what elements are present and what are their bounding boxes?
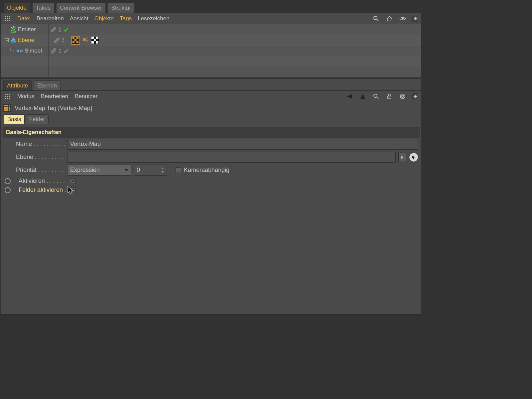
object-row-ebene[interactable]: Ebene xyxy=(1,35,49,46)
eye-icon[interactable] xyxy=(399,15,406,22)
particles-tag-icon[interactable] xyxy=(82,37,89,44)
object-panel-tabs: ObjekteTakesContent BrowserStruktur xyxy=(1,1,421,13)
aktivieren-checkbox[interactable] xyxy=(70,178,75,184)
field-aktivieren: Aktivieren xyxy=(1,177,421,186)
enabled-check-icon[interactable] xyxy=(64,49,68,53)
prio-number-input[interactable]: 0 xyxy=(134,165,167,176)
tree-expander-icon[interactable] xyxy=(5,26,9,33)
svg-point-24 xyxy=(18,50,19,51)
add-icon[interactable] xyxy=(412,93,418,99)
ebene-picker-arrow-icon[interactable] xyxy=(398,153,406,162)
object-tags xyxy=(70,24,421,35)
tab-attribute[interactable]: Attribute xyxy=(3,80,32,90)
checker-tag-icon[interactable] xyxy=(71,36,80,45)
svg-point-8 xyxy=(9,20,10,21)
object-row-simpel[interactable]: Simpel xyxy=(1,46,49,56)
svg-point-16 xyxy=(15,27,16,28)
svg-rect-48 xyxy=(72,41,74,43)
tab-objekte[interactable]: Objekte xyxy=(3,3,30,13)
subtab-basis[interactable]: Basis xyxy=(4,114,25,124)
home-icon[interactable] xyxy=(386,15,393,22)
svg-marker-68 xyxy=(347,94,352,99)
svg-point-30 xyxy=(59,27,61,29)
menu-bearbeiten[interactable]: Bearbeiten xyxy=(41,93,68,100)
menu-lesezeichen[interactable]: Lesezeichen xyxy=(138,15,169,22)
prio-number-value: 0 xyxy=(137,167,140,174)
menu-bearbeiten[interactable]: Bearbeiten xyxy=(37,15,64,22)
vertexmap-tag-icon xyxy=(3,104,11,112)
nav-back-icon[interactable] xyxy=(346,93,353,100)
ebene-input[interactable] xyxy=(67,152,396,163)
tab-content-browser[interactable]: Content Browser xyxy=(56,3,106,13)
menu-datei[interactable]: Datei xyxy=(17,15,31,22)
aktivieren-label: Aktivieren xyxy=(19,178,67,185)
object-row-emitter[interactable]: Emitter xyxy=(1,24,49,35)
svg-rect-58 xyxy=(96,41,98,44)
svg-rect-47 xyxy=(74,39,76,41)
felder-aktivieren-checkbox[interactable] xyxy=(70,187,75,193)
svg-rect-83 xyxy=(9,107,10,109)
svg-marker-90 xyxy=(161,168,164,169)
svg-marker-91 xyxy=(161,171,164,173)
svg-point-7 xyxy=(7,20,8,21)
enabled-check-icon[interactable] xyxy=(64,27,68,32)
prio-dropdown-value: Expression xyxy=(70,167,100,174)
layer-toggle-icon[interactable] xyxy=(51,48,56,54)
visibility-dots-icon[interactable] xyxy=(58,27,62,32)
stepper-arrows-icon xyxy=(161,168,164,173)
object-name-label: Emitter xyxy=(18,26,36,33)
object-visibility xyxy=(49,24,70,35)
object-type-icon xyxy=(16,49,23,53)
svg-marker-89 xyxy=(125,169,128,171)
field-ebene: Ebene xyxy=(1,151,421,164)
svg-point-0 xyxy=(5,16,6,17)
search-icon[interactable] xyxy=(372,15,380,22)
menu-tags[interactable]: Tags xyxy=(120,15,132,22)
svg-point-52 xyxy=(87,38,88,39)
svg-point-65 xyxy=(5,98,6,99)
subtab-felder[interactable]: Felder xyxy=(26,114,49,124)
tab-ebenen[interactable]: Ebenen xyxy=(34,80,61,90)
anim-ring-icon[interactable] xyxy=(5,187,11,193)
layer-toggle-icon[interactable] xyxy=(54,38,60,43)
nav-up-icon[interactable] xyxy=(359,93,366,100)
object-name-label: Ebene xyxy=(18,37,34,44)
attribute-panel-tabs: AttributeEbenen xyxy=(1,79,421,90)
svg-point-60 xyxy=(7,94,8,95)
tree-expander-icon[interactable] xyxy=(9,48,15,54)
name-input[interactable] xyxy=(67,139,418,150)
svg-rect-85 xyxy=(6,109,8,111)
svg-rect-57 xyxy=(91,41,94,44)
kamera-checkbox[interactable] xyxy=(176,167,181,173)
menu-objekte[interactable]: Objekte xyxy=(94,15,114,22)
alpha-tag-icon[interactable] xyxy=(91,37,99,44)
svg-rect-79 xyxy=(6,105,8,106)
ebene-picker-cursor-icon[interactable] xyxy=(409,153,418,162)
svg-rect-45 xyxy=(72,37,74,39)
prio-label: Priorität xyxy=(16,167,65,174)
target-icon[interactable] xyxy=(399,93,406,100)
tab-takes[interactable]: Takes xyxy=(32,3,54,13)
menu-benutzer[interactable]: Benutzer xyxy=(75,93,97,100)
menu-modus[interactable]: Modus xyxy=(17,93,34,100)
ebene-label: Ebene xyxy=(16,154,65,161)
tab-struktur[interactable]: Struktur xyxy=(108,3,135,13)
svg-point-37 xyxy=(62,41,64,42)
anim-ring-icon[interactable] xyxy=(5,178,11,184)
add-icon[interactable] xyxy=(412,16,418,22)
field-prioritaet: Priorität Expression 0 Kameraabhängig xyxy=(1,164,421,177)
svg-point-66 xyxy=(7,98,8,99)
tree-expander-icon[interactable] xyxy=(5,38,9,42)
visibility-dots-icon[interactable] xyxy=(62,38,65,43)
layer-toggle-icon[interactable] xyxy=(51,27,56,32)
svg-point-67 xyxy=(9,98,10,99)
search-icon[interactable] xyxy=(372,93,380,100)
grid-icon[interactable] xyxy=(4,93,11,100)
prio-dropdown[interactable]: Expression xyxy=(67,165,131,176)
lock-icon[interactable] xyxy=(386,93,393,100)
svg-point-62 xyxy=(5,96,6,97)
svg-point-15 xyxy=(11,27,12,28)
menu-ansicht[interactable]: Ansicht xyxy=(70,15,88,22)
grid-icon[interactable] xyxy=(4,15,11,22)
visibility-dots-icon[interactable] xyxy=(58,48,62,54)
